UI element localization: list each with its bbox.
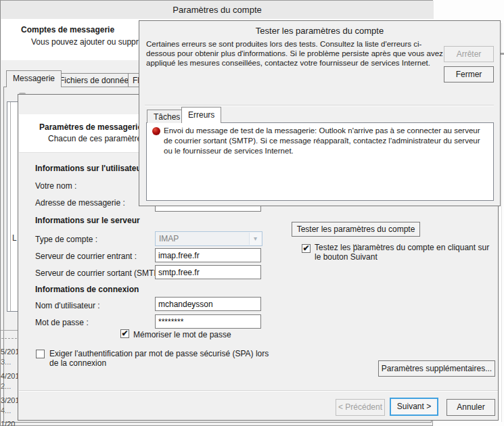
list-item: 4/201 [1,372,20,380]
account-type-dropdown: IMAP ▾ [155,231,262,246]
test-on-next-checkbox[interactable]: ✔ [302,244,311,253]
outgoing-server-label: Serveur de courrier sortant (SMTP) : [35,268,166,278]
window-edge-line [501,23,502,422]
list-footer-line [1,330,18,331]
clipped-text-fragment: L [12,233,17,243]
cancel-button[interactable]: Annuler [446,399,495,416]
list-item: 4... [1,406,11,415]
list-divider [10,102,11,311]
remember-password-checkbox[interactable]: ✔ [120,329,129,338]
test-settings-dialog: Tester les paramètres du compte Certaine… [139,20,501,206]
outgoing-server-field[interactable] [155,265,261,279]
list-item: 1/20 [1,420,15,426]
tab-fichiers-de-donnees[interactable]: Fichiers de données [53,73,139,87]
dialog-separator [145,105,494,106]
footer-separator [19,390,498,392]
incoming-server-label: Serveur de courrier entrant : [35,252,137,261]
section-subtitle: Vous pouvez ajouter ou supprime [31,37,152,47]
section-server-info: Informations sur le serveur [35,216,140,225]
incoming-server-field[interactable] [155,248,261,262]
error-list[interactable]: Envoi du message de test de la messageri… [146,122,494,201]
email-label: Adresse de messagerie : [35,198,125,208]
list-item: 3... [1,358,11,366]
list-item: 5/201 [1,348,20,356]
error-icon [152,127,160,135]
wizard-header-subtitle: Chacun de ces paramètres [48,134,145,143]
window-title: Paramètres du compte [1,1,434,15]
account-type-value: IMAP [159,234,179,243]
username-label: Nom d'utilisateur : [35,301,100,310]
spa-checkbox[interactable] [36,350,45,358]
account-settings-titlebar[interactable]: Paramètres du compte [1,1,434,19]
test-dialog-description: Certaines erreurs se sont produites lors… [146,39,451,68]
stop-button[interactable]: Arrêter [444,46,494,62]
password-label: Mot de passe : [35,318,89,327]
list-item: 3/201 [1,396,20,404]
remember-password-label: Mémoriser le mot de passe [133,330,231,339]
next-button[interactable]: Suivant > [390,398,438,416]
test-on-next-label: Testez les paramètres du compte en cliqu… [315,243,490,262]
more-settings-button[interactable]: Paramètres supplémentaires... [378,360,495,377]
username-field[interactable] [155,297,261,311]
previous-button[interactable]: < Précédent [336,399,385,416]
list-item: 2... [1,382,11,390]
tab-erreurs[interactable]: Erreurs [181,107,221,123]
screen: Paramètres du compte Comptes de messager… [0,0,504,426]
account-type-label: Type de compte : [35,235,97,244]
wizard-header-title: Paramètres de messagerie [39,122,142,132]
test-dialog-title: Tester les paramètres du compte [139,26,500,36]
section-user-info: Informations sur l'utilisateur [35,164,145,173]
chevron-down-icon: ▾ [249,233,261,245]
error-message: Envoi du message de test de la messageri… [164,126,490,156]
close-button[interactable]: Fermer [444,66,494,82]
tab-messagerie[interactable]: Messagerie [6,70,62,87]
dashed-separator [1,338,17,339]
section-title: Comptes de messagerie [21,25,114,34]
spa-label: Exiger l'authentification par mot de pas… [49,349,274,368]
password-field[interactable] [155,314,261,329]
test-account-settings-button[interactable]: Tester les paramètres du compte ... [292,222,420,237]
name-label: Votre nom : [35,181,76,191]
section-logon-info: Informations de connexion [35,285,139,294]
